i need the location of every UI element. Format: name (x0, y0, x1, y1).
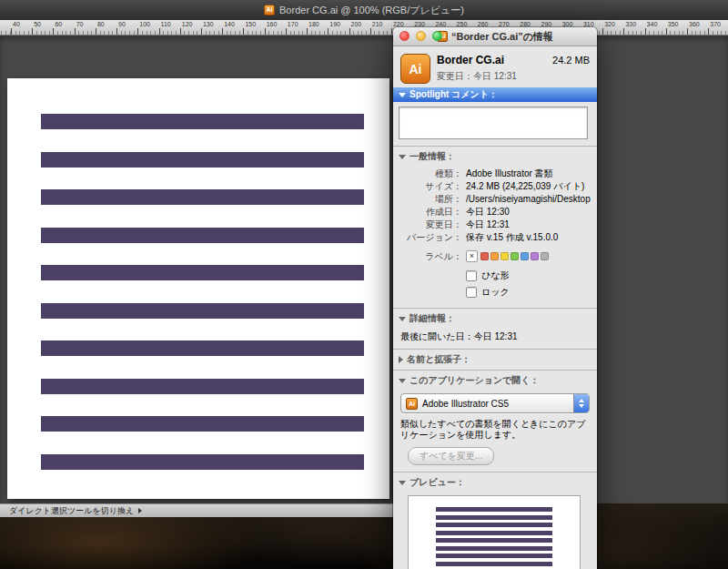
artboard-stripe (41, 152, 364, 168)
illustrator-app-icon (264, 5, 275, 15)
label-color-swatch[interactable] (511, 252, 519, 260)
disclosure-down-icon[interactable] (399, 155, 406, 159)
name-extension-label: 名前と拡張子： (407, 353, 470, 366)
disclosure-down-icon[interactable] (399, 481, 406, 485)
info-field-row: 変更日：今日 12:31 (393, 219, 593, 230)
disclosure-down-icon[interactable] (399, 93, 406, 97)
status-bar[interactable]: ダイレクト選択ツールを切り換え (0, 503, 398, 517)
general-fields: 種類：Adobe Illustrator 書類サイズ：24.2 MB (24,2… (393, 167, 597, 247)
open-with-note: 類似したすべての書類を開くときにこのアプリケーションを使用します。 (393, 417, 597, 444)
label-color-swatch[interactable] (521, 252, 529, 260)
horizontal-ruler[interactable]: 4050607080901001101201301401501601701801… (0, 20, 728, 36)
checkbox-row[interactable]: ひな形 (466, 269, 597, 282)
ruler-tick (11, 28, 12, 35)
artboard[interactable] (7, 78, 389, 499)
preview-box (408, 495, 581, 569)
open-with-select[interactable]: Adobe Illustrator CS5 (400, 393, 590, 413)
artboard-stripe (41, 228, 364, 243)
preview-stripe (436, 538, 552, 543)
ruler-tick-label: 220 (393, 21, 404, 27)
label-clear-button[interactable]: × (466, 250, 478, 262)
info-window-title: “Border CG.ai”の情報 (451, 30, 553, 44)
general-info-header[interactable]: 一般情報： (393, 147, 597, 167)
name-extension-header[interactable]: 名前と拡張子： (393, 350, 597, 370)
minimize-button[interactable] (416, 31, 426, 41)
ruler-tick-label: 130 (203, 21, 214, 27)
field-value: Adobe Illustrator 書類 (466, 168, 593, 179)
label-color-swatch[interactable] (480, 252, 489, 260)
artboard-stripe (41, 340, 364, 356)
ruler-tick-label: 230 (414, 21, 425, 27)
label-color-swatch[interactable] (541, 252, 549, 260)
preview-stripes (436, 496, 552, 569)
status-bar-text: ダイレクト選択ツールを切り換え (9, 505, 134, 517)
ruler-tick (307, 28, 308, 35)
ai-file-icon (400, 54, 430, 84)
ruler-tick-label: 100 (139, 21, 150, 27)
artboard-stripe (41, 379, 364, 394)
disclosure-right-icon[interactable] (399, 356, 403, 363)
ruler-tick (201, 28, 202, 35)
change-all-button[interactable]: すべてを変更... (408, 447, 494, 465)
checkbox[interactable] (466, 270, 477, 281)
ruler-tick (349, 28, 350, 35)
ruler-tick (708, 28, 709, 35)
artboard-stripe (41, 189, 364, 205)
ruler-tick-label: 170 (288, 21, 298, 27)
open-with-header[interactable]: このアプリケーションで開く： (393, 371, 597, 391)
illustrator-titlebar[interactable]: Border CG.ai @ 100% (RGB/プレビュー) (0, 0, 728, 21)
label-color-swatch[interactable] (490, 252, 499, 260)
disclosure-down-icon[interactable] (399, 317, 406, 321)
ruler-tick-label: 150 (245, 21, 256, 27)
get-info-window: “Border CG.ai”の情報 Border CG.ai 24.2 MB 変… (393, 27, 597, 569)
spotlight-comment-input[interactable] (399, 107, 588, 139)
ruler-tick (116, 28, 117, 35)
ruler-tick-label: 250 (457, 21, 468, 27)
checkbox-row[interactable]: ロック (466, 286, 597, 299)
ruler-tick-label: 70 (76, 21, 84, 27)
preview-stripe (436, 562, 552, 566)
close-button[interactable] (399, 31, 410, 41)
illustrator-app-icon (406, 398, 418, 410)
more-info-header[interactable]: 詳細情報： (393, 309, 597, 329)
flag-checkboxes: ひな形ロック (393, 268, 597, 308)
last-opened-date: 最後に開いた日：今日 12:31 (393, 329, 597, 349)
canvas[interactable] (0, 36, 728, 503)
open-with-selected-app: Adobe Illustrator CS5 (422, 399, 569, 409)
ruler-tick-label: 60 (55, 21, 62, 27)
file-size: 24.2 MB (552, 55, 590, 66)
status-menu-arrow-icon[interactable] (138, 508, 142, 513)
file-header: Border CG.ai 24.2 MB 変更日：今日 12:31 (393, 46, 597, 87)
checkbox[interactable] (466, 287, 477, 298)
preview-header[interactable]: プレビュー： (393, 472, 597, 493)
ruler-tick (265, 28, 266, 35)
ruler-tick (623, 28, 624, 35)
checkbox-label: ロック (481, 286, 510, 299)
zoom-button[interactable] (432, 31, 442, 41)
label-color-swatch[interactable] (531, 252, 539, 260)
field-label: サイズ： (393, 181, 462, 192)
ruler-tick (391, 28, 392, 35)
ruler-tick (222, 28, 223, 35)
ruler-tick (75, 28, 76, 35)
field-label: バージョン： (393, 232, 462, 243)
info-field-row: バージョン：保存 v.15 作成 v.15.0.0 (393, 232, 593, 243)
preview-stripe (436, 554, 552, 558)
ruler-tick-label: 200 (351, 21, 362, 27)
ruler-tick-label: 180 (308, 21, 319, 27)
ruler-tick-label: 240 (435, 21, 446, 27)
label-color-swatch[interactable] (500, 252, 509, 260)
ruler-tick-label: 330 (625, 21, 636, 27)
ruler-tick-label: 50 (34, 21, 41, 27)
ruler-tick (645, 28, 646, 35)
spotlight-comments-header[interactable]: Spotlight コメント： (393, 87, 597, 102)
ruler-tick (286, 28, 287, 35)
window-controls (399, 31, 442, 41)
disclosure-down-icon[interactable] (399, 379, 406, 383)
ruler-tick (32, 28, 33, 35)
ruler-tick (159, 28, 160, 35)
ruler-tick-label: 320 (604, 21, 615, 27)
select-stepper-icon[interactable] (573, 394, 589, 412)
info-titlebar[interactable]: “Border CG.ai”の情報 (393, 27, 597, 46)
field-label: 作成日： (393, 207, 462, 218)
